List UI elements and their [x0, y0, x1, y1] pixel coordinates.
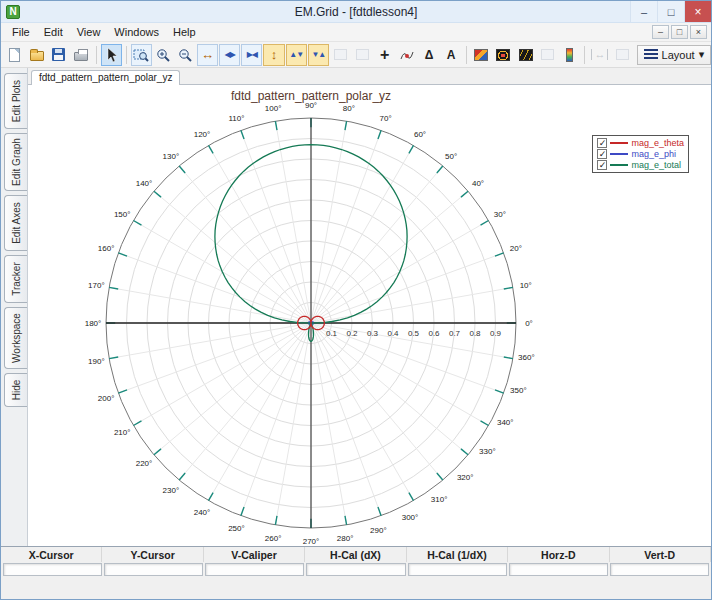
angle-tick — [241, 507, 244, 516]
legend-checkbox[interactable]: ✓ — [597, 160, 607, 170]
region-select-button — [330, 44, 351, 66]
angle-tick — [241, 130, 244, 139]
zoom-out-button[interactable] — [175, 44, 196, 66]
minimize-button[interactable]: – — [630, 1, 657, 22]
angle-tick — [461, 191, 468, 197]
app-window: N EM.Grid - [fdtdlesson4] – □ × File Edi… — [0, 0, 712, 600]
sidetab-edit-plots[interactable]: Edit Plots — [4, 73, 27, 129]
region-clear-button — [352, 44, 373, 66]
select-cursor-button[interactable] — [101, 44, 122, 66]
angle-tick — [378, 130, 381, 139]
color-scale-button[interactable] — [559, 44, 580, 66]
add-marker-button[interactable]: + — [374, 44, 395, 66]
status-value-h-cal-1dx — [408, 563, 507, 576]
zoom-window-icon — [133, 47, 149, 63]
toolbar-separator — [126, 46, 127, 64]
save-button[interactable] — [48, 44, 69, 66]
angle-label: 290° — [370, 526, 387, 535]
region-select-icon — [334, 49, 347, 60]
sidetab-workspace[interactable]: Workspace — [4, 307, 27, 369]
legend-checkbox[interactable]: ✓ — [597, 138, 607, 148]
h-measure-icon: ↔ — [591, 49, 608, 60]
pan-vertical-button[interactable]: ↕ — [263, 44, 284, 66]
expand-horizontal-button[interactable]: ◀▶ — [219, 44, 240, 66]
expand-vertical-button[interactable]: ▲▼ — [286, 44, 307, 66]
layout-dropdown[interactable]: Layout ▾ — [637, 45, 712, 65]
sidetab-hide[interactable]: Hide — [4, 373, 27, 407]
menu-help[interactable]: Help — [166, 24, 203, 40]
document-tab-active[interactable]: fdtd_pattern_pattern_polar_yz — [31, 70, 180, 85]
status-value-horz-d — [509, 563, 608, 576]
radial-tick-label: 0.3 — [367, 329, 379, 338]
angle-tick — [275, 121, 277, 130]
menu-edit[interactable]: Edit — [37, 24, 70, 40]
field-map-button[interactable] — [471, 44, 492, 66]
status-value-vert-d — [610, 563, 709, 576]
close-button[interactable]: × — [684, 1, 711, 22]
new-document-icon — [9, 48, 20, 62]
legend-checkbox[interactable]: ✓ — [597, 149, 607, 159]
contour-plot-button[interactable] — [493, 44, 514, 66]
menu-windows[interactable]: Windows — [107, 24, 166, 40]
zoom-out-icon — [177, 47, 193, 63]
sidetab-edit-graph[interactable]: Edit Graph — [4, 133, 27, 191]
menu-file[interactable]: File — [5, 24, 37, 40]
plus-marker-icon: + — [380, 47, 389, 63]
radial-tick-label: 0.2 — [346, 329, 358, 338]
sidetab-tracker[interactable]: Tracker — [4, 255, 27, 303]
cursor-status-bar: X-Cursor Y-Cursor V-Caliper H-Cal (dX) H… — [1, 546, 711, 599]
fit-horizontal-icon: ▶◀ — [247, 51, 257, 59]
angle-label: 140° — [136, 179, 153, 188]
angle-label: 120° — [194, 130, 211, 139]
angle-tick — [179, 166, 185, 173]
sidetab-label: Tracker — [11, 262, 22, 296]
fit-vertical-button[interactable]: ▼▲ — [308, 44, 329, 66]
app-icon: N — [6, 5, 20, 19]
delta-marker-button[interactable]: Δ — [418, 44, 439, 66]
status-header-y-cursor: Y-Cursor — [102, 547, 203, 562]
frame-button — [537, 44, 558, 66]
open-button[interactable] — [26, 44, 47, 66]
angle-label: 310° — [431, 495, 448, 504]
mdi-close-button[interactable]: × — [690, 25, 707, 39]
color-scale-icon — [566, 48, 573, 62]
plot-canvas[interactable]: 0.10.20.30.40.50.60.70.80.90°10°20°30°40… — [28, 85, 711, 546]
v-measure-icon — [616, 49, 629, 60]
angle-label: 190° — [88, 357, 105, 366]
menu-view[interactable]: View — [70, 24, 108, 40]
pan-horizontal-icon: ↔ — [201, 48, 214, 61]
legend-row: ✓mag_e_phi — [597, 149, 684, 159]
legend-line-sample — [610, 153, 628, 155]
angle-tick — [504, 357, 513, 359]
new-document-button[interactable] — [4, 44, 25, 66]
curve-point-button[interactable] — [396, 44, 417, 66]
angle-tick — [209, 145, 214, 153]
angle-label: 200° — [98, 394, 115, 403]
legend-label: mag_e_theta — [631, 138, 684, 148]
pan-horizontal-button[interactable]: ↔ — [197, 44, 218, 66]
legend-label: mag_e_phi — [631, 149, 676, 159]
angle-tick — [409, 145, 414, 153]
zoom-window-button[interactable] — [131, 44, 152, 66]
text-annotation-button[interactable]: A — [441, 44, 462, 66]
surface-plot-icon — [519, 49, 533, 61]
angle-tick — [109, 287, 118, 289]
angle-label: 360° — [518, 353, 535, 362]
angle-label: 110° — [228, 114, 244, 123]
sidetab-edit-axes[interactable]: Edit Axes — [4, 195, 27, 251]
mdi-restore-button[interactable]: □ — [671, 25, 688, 39]
text-label-icon: A — [447, 49, 456, 61]
status-header-h-cal-1dx: H-Cal (1/dX) — [407, 547, 508, 562]
angle-label: 320° — [457, 473, 474, 482]
angle-label: 170° — [88, 281, 105, 290]
zoom-in-button[interactable] — [153, 44, 174, 66]
mdi-minimize-button[interactable]: – — [652, 25, 669, 39]
fit-horizontal-button[interactable]: ▶◀ — [241, 44, 262, 66]
surface-plot-button[interactable] — [515, 44, 536, 66]
angle-tick — [209, 493, 214, 501]
main-area: Edit Plots Edit Graph Edit Axes Tracker … — [1, 68, 711, 546]
print-button[interactable] — [70, 44, 91, 66]
region-clear-icon — [356, 49, 369, 60]
maximize-button[interactable]: □ — [657, 1, 684, 22]
radial-tick-label: 0.5 — [408, 329, 420, 338]
